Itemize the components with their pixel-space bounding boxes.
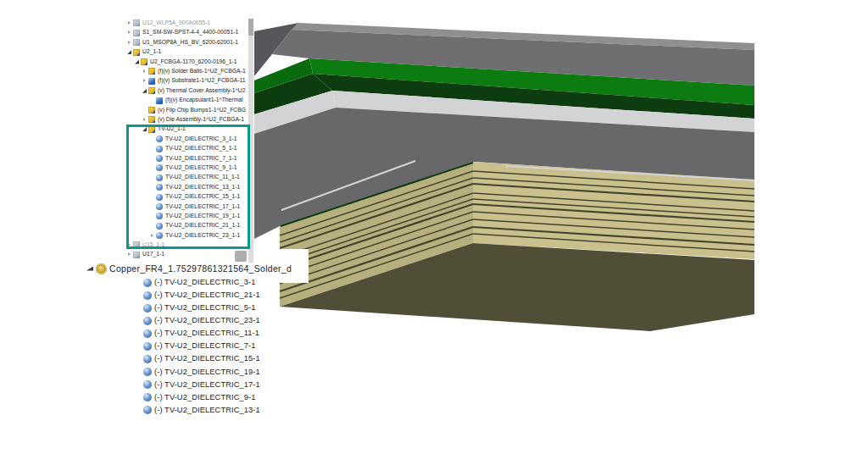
selection-rectangle xyxy=(126,125,250,249)
expander-icon[interactable] xyxy=(142,108,147,113)
sphere-icon xyxy=(143,406,152,414)
expander-icon[interactable] xyxy=(127,50,131,54)
tree-item-label: U2_1-1 xyxy=(142,49,161,55)
tree-item-label: U17_1-1 xyxy=(142,252,164,257)
tree-item[interactable]: U12_WLP5A_900A0055-1 xyxy=(122,19,266,28)
material-tree-item[interactable]: (-) TV-U2_DIELECTRIC_23-1 xyxy=(81,314,336,327)
sphere-icon xyxy=(143,368,152,376)
tree-item[interactable]: (v) Flip Chip Bumps1-1^U2_FCBG xyxy=(122,105,266,114)
sphere-icon xyxy=(143,317,152,325)
expander-icon[interactable] xyxy=(134,383,141,387)
expander-icon[interactable] xyxy=(134,318,141,323)
tree-item-label: U1_MSOP8A_HS_BV_6200-62001-1 xyxy=(142,40,238,46)
tree-item[interactable]: U2_1-1 xyxy=(122,47,266,57)
expander-icon[interactable] xyxy=(142,69,147,74)
material-item-label: (-) TV-U2_DIELECTRIC_3-1 xyxy=(154,279,256,286)
assembly-icon xyxy=(148,107,155,114)
expander-icon[interactable] xyxy=(127,30,131,35)
sphere-icon xyxy=(143,291,152,300)
material-item-label: (-) TV-U2_DIELECTRIC_21-1 xyxy=(154,291,260,299)
material-item-label: (-) TV-U2_DIELECTRIC_17-1 xyxy=(154,381,260,389)
expander-icon[interactable] xyxy=(134,280,141,285)
material-tree-item[interactable]: (-) TV-U2_DIELECTRIC_19-1 xyxy=(81,366,336,379)
tree-item-label: S1_SM-SW-SPST-4-4_4400-00051-1 xyxy=(142,30,238,36)
materials-tree: Copper_FR4_1.75297861321564_Solder_d (-)… xyxy=(81,261,336,417)
tree-item-label: U12_WLP5A_900A0055-1 xyxy=(142,20,210,26)
material-item-label: Copper_FR4_1.75297861321564_Solder_d xyxy=(109,264,292,274)
sphere-icon xyxy=(143,329,152,338)
expander-icon[interactable] xyxy=(127,41,131,45)
material-item-label: (-) TV-U2_DIELECTRIC_15-1 xyxy=(154,355,260,363)
material-item-label: (-) TV-U2_DIELECTRIC_9-1 xyxy=(154,394,256,401)
tree-item-label: U2_FCBGA-1170_6200-0196_1-1 xyxy=(150,59,237,65)
material-tree-item[interactable]: (-) TV-U2_DIELECTRIC_15-1 xyxy=(81,353,336,366)
assembly-gray-icon xyxy=(133,30,140,36)
expander-icon[interactable] xyxy=(134,357,141,362)
sphere-icon xyxy=(143,342,152,351)
expander-icon[interactable] xyxy=(134,345,141,349)
assembly-gray-icon xyxy=(133,19,140,26)
expander-icon[interactable] xyxy=(134,331,141,335)
tree-item[interactable]: S1_SM-SW-SPST-4-4_4400-00051-1 xyxy=(122,28,266,37)
material-item-label: (-) TV-U2_DIELECTRIC_13-1 xyxy=(154,407,260,414)
tree-item-label: (f)(v) Substrate1-1^U2_FCBGA-11 xyxy=(158,78,246,84)
tree-item-label: (f)(v) Solder Balls-1^U2_FCBGA-1 xyxy=(158,69,246,75)
tree-item[interactable]: U2_FCBGA-1170_6200-0196_1-1 xyxy=(122,57,266,66)
sphere-icon xyxy=(143,304,152,313)
expander-icon[interactable] xyxy=(86,267,93,271)
tree-item-label: (f)(v) Encapsulant1-1^Thermal xyxy=(165,97,243,103)
assembly-icon xyxy=(148,87,155,94)
expander-icon[interactable] xyxy=(142,118,147,122)
sphere-icon xyxy=(143,279,152,287)
tree-item-label: (v) Flip Chip Bumps1-1^U2_FCBG xyxy=(158,108,246,114)
assembly-icon xyxy=(133,49,140,56)
expander-icon[interactable] xyxy=(134,396,141,400)
tree-item[interactable]: U17_1-1 xyxy=(122,250,266,259)
assembly-gray-icon xyxy=(133,252,140,258)
expander-icon[interactable] xyxy=(134,306,141,310)
material-tree-item[interactable]: (-) TV-U2_DIELECTRIC_21-1 xyxy=(81,289,336,302)
part-icon xyxy=(156,97,163,104)
material-tree-item[interactable]: (-) TV-U2_DIELECTRIC_3-1 xyxy=(81,276,336,289)
assembly-icon xyxy=(141,58,147,65)
material-item-label: (-) TV-U2_DIELECTRIC_5-1 xyxy=(154,304,256,312)
tree-item[interactable]: (f)(v) Substrate1-1^U2_FCBGA-11 xyxy=(122,76,266,86)
assembly-icon xyxy=(148,68,155,75)
expander-icon[interactable] xyxy=(142,79,147,83)
material-tree-item[interactable]: (-) TV-U2_DIELECTRIC_13-1 xyxy=(81,404,336,417)
material-tree-item[interactable]: Copper_FR4_1.75297861321564_Solder_d xyxy=(81,261,336,276)
tree-item[interactable]: (f)(v) Encapsulant1-1^Thermal xyxy=(122,96,266,105)
tree-item[interactable]: (v) Thermal Cover Assembly-1^U2 xyxy=(122,86,266,96)
tree-item[interactable]: (v) Die Assembly-1^U2_FCBGA-1 xyxy=(122,115,266,125)
expander-icon[interactable] xyxy=(134,293,141,297)
part-icon xyxy=(148,78,155,85)
expander-icon[interactable] xyxy=(127,252,131,257)
sphere-icon xyxy=(143,393,152,401)
tree-item[interactable]: U1_MSOP8A_HS_BV_6200-62001-1 xyxy=(122,38,266,47)
material-item-label: (-) TV-U2_DIELECTRIC_11-1 xyxy=(154,329,259,337)
material-tree-item[interactable]: (-) TV-U2_DIELECTRIC_11-1 xyxy=(81,327,336,340)
expander-icon[interactable] xyxy=(134,370,141,374)
material-tree-item[interactable]: (-) TV-U2_DIELECTRIC_17-1 xyxy=(81,379,336,391)
material-icon xyxy=(96,263,107,274)
material-item-label: (-) TV-U2_DIELECTRIC_7-1 xyxy=(154,342,256,350)
assembly-gray-icon xyxy=(133,39,140,46)
sphere-icon xyxy=(143,380,152,389)
material-tree-item[interactable]: (-) TV-U2_DIELECTRIC_5-1 xyxy=(81,302,336,314)
cad-window: U12_WLP5A_900A0055-1 S1_SM-SW-SPST-4-4_4… xyxy=(0,0,868,454)
expander-icon[interactable] xyxy=(127,21,131,25)
sphere-icon xyxy=(143,355,152,363)
expander-icon[interactable] xyxy=(142,89,147,93)
material-item-label: (-) TV-U2_DIELECTRIC_19-1 xyxy=(154,368,260,376)
tree-item-label: (v) Die Assembly-1^U2_FCBGA-1 xyxy=(158,117,244,123)
expander-icon[interactable] xyxy=(135,60,139,64)
tree-item-label: (v) Thermal Cover Assembly-1^U2 xyxy=(158,88,246,94)
assembly-icon xyxy=(148,116,155,123)
tree-item[interactable]: (f)(v) Solder Balls-1^U2_FCBGA-1 xyxy=(122,67,266,76)
expander-icon[interactable] xyxy=(150,98,154,102)
material-item-label: (-) TV-U2_DIELECTRIC_23-1 xyxy=(154,317,260,324)
material-tree-item[interactable]: (-) TV-U2_DIELECTRIC_7-1 xyxy=(81,340,336,352)
material-tree-item[interactable]: (-) TV-U2_DIELECTRIC_9-1 xyxy=(81,391,336,404)
expander-icon[interactable] xyxy=(134,408,141,412)
